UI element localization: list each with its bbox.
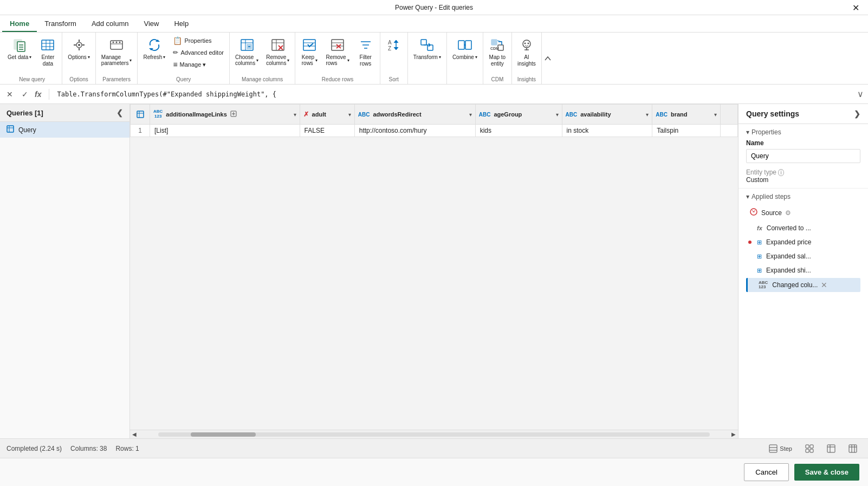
ai-insights-button[interactable]: AIinsights	[514, 35, 539, 69]
step-expanded-sal-label: Expanded sal...	[766, 252, 811, 260]
options-button[interactable]: Options ▾	[64, 35, 93, 62]
expand-additionalImageLinks-icon[interactable]	[230, 111, 237, 119]
svg-point-61	[527, 43, 529, 44]
svg-rect-65	[137, 111, 144, 118]
title-bar: Power Query - Edit queries ✕	[0, 0, 868, 15]
reduce-rows-group-label: Reduce rows	[297, 75, 377, 84]
table-view-button[interactable]	[822, 443, 840, 455]
map-to-entity-label: Map toentity	[489, 54, 506, 67]
remove-rows-button[interactable]: Removerows ▾	[322, 35, 352, 68]
svg-rect-62	[7, 126, 14, 132]
formula-expand-button[interactable]: ∨	[857, 89, 864, 99]
filter-brand-icon[interactable]: ▾	[714, 112, 717, 118]
column-quality-button[interactable]	[844, 443, 861, 455]
filter-adult-icon[interactable]: ▾	[348, 112, 351, 118]
name-input[interactable]	[746, 149, 860, 163]
col-name-additionalImageLinks: additionalImageLinks	[166, 111, 226, 118]
settings-expand-button[interactable]: ❯	[854, 109, 860, 118]
refresh-button[interactable]: Refresh ▾	[140, 35, 169, 62]
cancel-button[interactable]: Cancel	[744, 463, 788, 481]
enter-data-icon	[40, 37, 56, 53]
get-data-arrow: ▾	[29, 55, 31, 60]
ai-insights-icon	[519, 37, 535, 53]
step-expanded-sal[interactable]: ⊞ Expanded sal...	[746, 250, 860, 263]
ribbon-collapse-button[interactable]	[542, 33, 554, 84]
combine-group-label	[449, 81, 481, 84]
get-data-button[interactable]: Get data ▾	[4, 35, 35, 62]
remove-columns-button[interactable]: Removecolumns ▾	[263, 35, 293, 68]
map-to-entity-icon: CDM	[489, 37, 506, 53]
formula-bar: ✕ ✓ fx Table.TransformColumnTypes(#"Expa…	[0, 85, 868, 104]
sort-button[interactable]: A Z	[383, 35, 405, 55]
query-item[interactable]: Query	[0, 122, 129, 138]
advanced-editor-button[interactable]: ✏ Advanced editor	[170, 47, 227, 58]
keep-rows-button[interactable]: Keeprows ▾	[297, 35, 321, 68]
applied-steps-header[interactable]: ▾ Applied steps	[746, 193, 860, 200]
tab-transform[interactable]: Transform	[37, 16, 84, 32]
rows-count: Rows: 1	[115, 445, 139, 452]
filter-adwordsRedirect-icon[interactable]: ▾	[469, 112, 472, 118]
formula-nav-check[interactable]: ✓	[20, 89, 30, 100]
step-converted-label: Converted to ...	[767, 224, 811, 232]
properties-button[interactable]: 📋 Properties	[170, 35, 227, 47]
name-field-label: Name	[746, 139, 860, 147]
ribbon-group-sort: A Z Sort	[380, 33, 408, 84]
sort-icon: A Z	[386, 37, 402, 53]
close-button[interactable]: ✕	[843, 0, 868, 15]
combine-button[interactable]: Combine ▾	[449, 35, 481, 62]
filter-availability-icon[interactable]: ▾	[646, 112, 649, 118]
manage-button[interactable]: ≡ Manage ▾	[170, 59, 227, 70]
scroll-thumb[interactable]	[191, 432, 256, 437]
tab-view[interactable]: View	[137, 16, 167, 32]
table-row: 1 [List] FALSE http://contoso.com/hury k…	[131, 125, 738, 137]
queries-collapse-button[interactable]: ❮	[116, 108, 123, 117]
step-changed-colu[interactable]: ABC123 Changed colu... ✕	[746, 278, 860, 292]
svg-text:CDM: CDM	[490, 47, 499, 50]
scroll-left-button[interactable]: ◀	[130, 430, 139, 439]
scroll-right-button[interactable]: ▶	[729, 430, 738, 439]
tab-home[interactable]: Home	[2, 16, 37, 32]
window-title: Power Query - Edit queries	[395, 4, 473, 11]
cell-brand-1: Tailspin	[652, 125, 721, 137]
combine-label: Combine	[452, 54, 474, 60]
properties-section-header[interactable]: ▾ Properties	[746, 128, 860, 136]
remove-columns-icon	[270, 37, 286, 53]
step-source-gear-icon[interactable]: ⚙	[785, 209, 791, 217]
choose-columns-button[interactable]: Choosecolumns ▾	[232, 35, 262, 68]
col-name-adwordsRedirect: adwordsRedirect	[373, 111, 421, 118]
queries-header: Queries [1] ❮	[0, 104, 129, 122]
col-header-brand: ABC brand ▾	[652, 105, 721, 125]
manage-parameters-label: Manageparameters	[101, 54, 129, 66]
save-close-button[interactable]: Save & close	[794, 464, 859, 481]
properties-section-label: Properties	[752, 128, 781, 136]
step-expanded-price[interactable]: ⊞ Expanded price	[746, 236, 860, 249]
transform-group-label	[410, 81, 444, 84]
svg-rect-82	[827, 445, 835, 452]
data-grid[interactable]: ABC123 additionalImageLinks ▾ ✗	[130, 104, 738, 430]
queries-header-label: Queries [1]	[7, 109, 43, 117]
map-to-entity-button[interactable]: CDM Map toentity	[485, 35, 509, 69]
filter-rows-button[interactable]: Filterrows	[354, 35, 378, 69]
transform-button[interactable]: Transform ▾	[410, 35, 444, 62]
schema-view-button[interactable]	[801, 443, 818, 455]
step-expanded-shi[interactable]: ⊞ Expanded shi...	[746, 264, 860, 277]
svg-rect-47	[421, 40, 426, 45]
step-source[interactable]: Source ⚙	[746, 205, 860, 221]
formula-nav-x[interactable]: ✕	[4, 89, 15, 100]
filter-ageGroup-icon[interactable]: ▾	[556, 112, 559, 118]
tab-add-column[interactable]: Add column	[84, 16, 137, 32]
enter-data-button[interactable]: Enterdata	[36, 35, 60, 69]
step-expanded-shi-label: Expanded shi...	[766, 267, 811, 274]
horizontal-scrollbar: ◀ ▶	[130, 430, 738, 438]
settings-panel: Query settings ❯ ▾ Properties Name Entit…	[738, 104, 868, 438]
filter-additionalImageLinks-icon[interactable]: ▾	[294, 112, 296, 118]
step-view-button[interactable]: Step	[765, 443, 796, 455]
step-changed-colu-delete-icon[interactable]: ✕	[821, 281, 827, 289]
step-converted[interactable]: fx Converted to ...	[746, 222, 860, 235]
tab-help[interactable]: Help	[166, 16, 196, 32]
ribbon-group-transform: Transform ▾	[408, 33, 447, 84]
entity-type-info-icon[interactable]: i	[778, 169, 783, 176]
scroll-track[interactable]	[158, 432, 710, 437]
manage-parameters-button[interactable]: Manageparameters ▾	[98, 35, 135, 68]
sort-group-label: Sort	[383, 75, 405, 84]
